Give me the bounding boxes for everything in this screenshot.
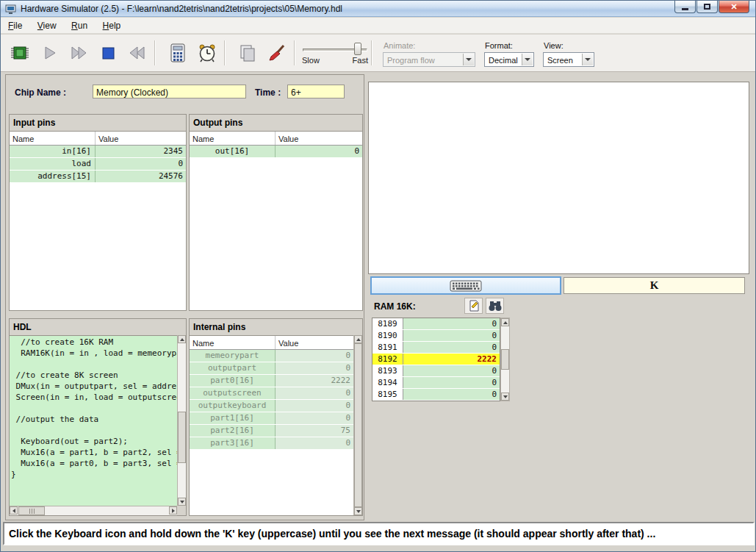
ram-address-cell: 8189	[372, 318, 403, 329]
hdl-title: HDL	[10, 319, 186, 335]
load-chip-button[interactable]	[5, 37, 35, 69]
menu-run[interactable]: Run	[65, 18, 93, 34]
scroll-thumb[interactable]	[18, 506, 45, 515]
scroll-up-button[interactable]	[178, 335, 186, 343]
format-control: Format: Decimal	[484, 40, 534, 67]
ram-row: 8194 0	[372, 377, 500, 388]
pin-value: 0	[276, 437, 353, 449]
pin-value: 0	[276, 400, 353, 412]
hdl-code-line: Keyboard(out = part2);	[11, 437, 177, 448]
ram-address-cell: 8191	[372, 342, 403, 353]
name-column-header: Name	[190, 336, 276, 349]
pin-name: outputpart	[190, 362, 276, 374]
scroll-down-button[interactable]	[354, 507, 362, 515]
internal-pins-panel: Internal pins Name Value memeorypart 0 o…	[189, 318, 363, 516]
slow-label: Slow	[302, 56, 320, 65]
internal-pins-scrollbar[interactable]	[353, 335, 362, 515]
pin-value: 0	[276, 412, 353, 424]
app-icon	[5, 3, 17, 15]
ram-value-cell[interactable]: 0	[403, 330, 500, 341]
input-pins-table: Name Value in[16] 2345 load 0 address[15…	[10, 131, 186, 310]
scroll-up-button[interactable]	[501, 318, 509, 326]
maximize-button[interactable]	[696, 1, 718, 13]
value-column-header: Value	[96, 132, 186, 145]
ram-value-cell[interactable]: 0	[403, 377, 500, 388]
hdl-code-line: DMux(in = outputpart, sel = address	[11, 381, 177, 393]
ram-find-button[interactable]	[486, 298, 504, 314]
format-select[interactable]: Decimal	[484, 52, 534, 67]
table-row: outputpart 0	[190, 362, 353, 374]
minimize-icon	[682, 8, 688, 10]
titlebar[interactable]: Hardware Simulator (2.5) - F:\learn\nand…	[1, 1, 755, 17]
scroll-left-button[interactable]	[10, 506, 18, 515]
scroll-down-button[interactable]	[178, 498, 186, 506]
ram-value-cell[interactable]: 0	[403, 318, 500, 329]
clock-button[interactable]	[192, 37, 222, 69]
table-row: part3[16] 0	[190, 437, 353, 449]
hdl-code-line: //to create 16K RAM	[11, 337, 177, 348]
minimize-button[interactable]	[674, 1, 696, 13]
pin-value: 0	[276, 146, 362, 157]
hdl-code-line: //output the data	[11, 415, 177, 426]
ram-scrollbar[interactable]	[500, 318, 510, 401]
hdl-horizontal-scrollbar[interactable]	[10, 506, 177, 515]
scroll-thumb[interactable]	[501, 349, 509, 370]
toolbar-separator	[294, 40, 295, 65]
pin-name: in[16]	[10, 146, 96, 157]
breakpoints-button[interactable]	[262, 37, 292, 69]
reset-button[interactable]	[123, 37, 152, 69]
status-bar: Click the Keyboard icon and hold down th…	[3, 522, 755, 545]
view-select[interactable]: Screen	[543, 52, 594, 67]
pin-value: 75	[276, 425, 353, 437]
close-button[interactable]: ✕	[719, 1, 749, 13]
view-label: View:	[544, 41, 594, 50]
keyboard-button[interactable]	[370, 276, 561, 295]
chevron-down-icon[interactable]	[522, 54, 533, 65]
pin-value[interactable]: 24576	[96, 171, 186, 182]
format-label: Format:	[485, 41, 534, 50]
pin-value[interactable]: 0	[96, 158, 186, 170]
speed-slider[interactable]: Slow Fast	[301, 42, 369, 65]
ram-address-cell: 8190	[372, 330, 403, 341]
menu-file[interactable]: File	[2, 18, 28, 34]
table-row: address[15] 24576	[10, 171, 186, 182]
hdl-code-line: //to create 8K screen	[11, 370, 177, 381]
scroll-right-button[interactable]	[169, 506, 177, 515]
table-row: part2[16] 75	[190, 425, 353, 437]
ram-value-cell[interactable]: 0	[403, 389, 500, 400]
chevron-down-icon[interactable]	[582, 54, 593, 65]
ram-title: RAM 16K:	[374, 301, 416, 312]
scroll-thumb[interactable]	[354, 343, 362, 507]
rewind-icon	[128, 43, 147, 62]
pin-value[interactable]: 2345	[96, 146, 186, 157]
ram-load-button[interactable]	[464, 298, 483, 314]
scroll-thumb[interactable]	[178, 412, 186, 463]
step-forward-icon	[40, 43, 59, 62]
hdl-vertical-scrollbar[interactable]	[177, 335, 186, 506]
ram-row: 8191 0	[372, 342, 500, 353]
stop-button[interactable]	[93, 37, 123, 69]
ram-value-cell[interactable]: 0	[403, 342, 500, 353]
menu-view[interactable]: View	[32, 18, 62, 34]
table-row: in[16] 2345	[10, 146, 186, 157]
animate-value: Program flow	[387, 56, 435, 65]
menu-help[interactable]: Help	[97, 18, 127, 34]
ram-address-cell: 8192	[372, 354, 403, 365]
ram-value-cell[interactable]: 0	[403, 365, 500, 376]
scroll-up-button[interactable]	[354, 335, 362, 343]
program-flow-button[interactable]	[233, 37, 262, 69]
table-header: Name Value	[10, 132, 186, 146]
slider-knob[interactable]	[354, 43, 361, 55]
hdl-code: //to create 16K RAM RAM16K(in = in , loa…	[10, 335, 177, 506]
window-title: Hardware Simulator (2.5) - F:\learn\nand…	[21, 4, 342, 14]
scroll-down-button[interactable]	[501, 393, 509, 401]
single-step-button[interactable]	[35, 37, 64, 69]
calculator-button[interactable]	[163, 37, 192, 69]
pin-name: memeorypart	[190, 350, 276, 362]
pin-name: part0[16]	[190, 375, 276, 387]
ram-value-cell[interactable]: 2222	[403, 354, 500, 365]
ram-address-cell: 8193	[372, 365, 403, 376]
keyboard-icon	[450, 280, 482, 292]
hdl-code-line: Screen(in = in, load = outputscreen	[11, 393, 177, 404]
run-button[interactable]	[64, 37, 93, 69]
